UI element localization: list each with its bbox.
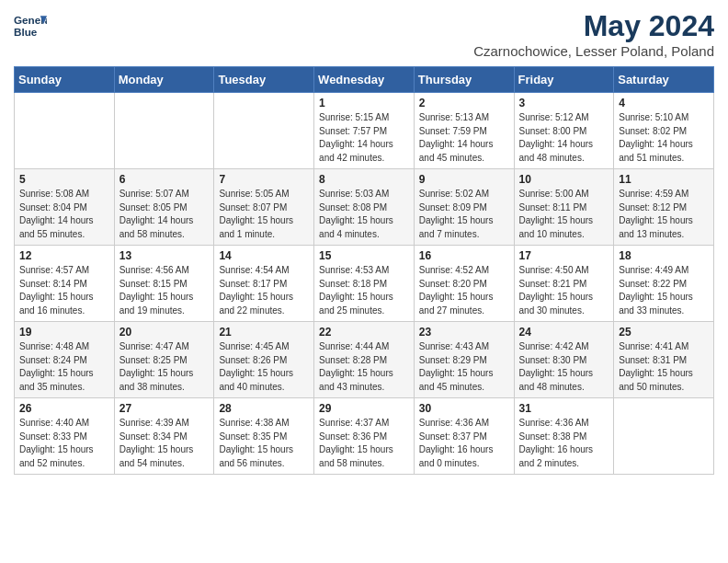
- cell-info: Sunrise: 5:12 AMSunset: 8:00 PMDaylight:…: [519, 111, 610, 165]
- calendar-week-row: 1Sunrise: 5:15 AMSunset: 7:57 PMDaylight…: [15, 93, 714, 169]
- day-number: 21: [219, 326, 310, 339]
- cell-info: Sunrise: 4:40 AMSunset: 8:33 PMDaylight:…: [19, 417, 110, 470]
- cell-info: Sunrise: 4:47 AMSunset: 8:25 PMDaylight:…: [119, 340, 210, 394]
- cell-info: Sunrise: 5:00 AMSunset: 8:11 PMDaylight:…: [519, 188, 610, 241]
- day-number: 24: [519, 326, 610, 339]
- calendar-cell: 15Sunrise: 4:53 AMSunset: 8:18 PMDayligh…: [314, 246, 415, 322]
- calendar-cell: 23Sunrise: 4:43 AMSunset: 8:29 PMDayligh…: [414, 322, 514, 398]
- calendar-table: SundayMondayTuesdayWednesdayThursdayFrid…: [14, 66, 714, 475]
- header-tuesday: Tuesday: [214, 67, 314, 93]
- day-number: 14: [219, 249, 310, 262]
- cell-info: Sunrise: 5:03 AMSunset: 8:08 PMDaylight:…: [319, 188, 410, 241]
- day-number: 11: [619, 173, 710, 186]
- calendar-cell: 26Sunrise: 4:40 AMSunset: 8:33 PMDayligh…: [15, 398, 115, 475]
- calendar-cell: 7Sunrise: 5:05 AMSunset: 8:07 PMDaylight…: [214, 169, 314, 246]
- calendar-cell: 27Sunrise: 4:39 AMSunset: 8:34 PMDayligh…: [114, 398, 214, 475]
- main-title: May 2024: [473, 9, 714, 43]
- header-monday: Monday: [114, 67, 214, 93]
- day-number: 27: [119, 402, 210, 415]
- day-number: 23: [419, 326, 510, 339]
- calendar-cell: 10Sunrise: 5:00 AMSunset: 8:11 PMDayligh…: [514, 169, 614, 246]
- calendar-cell: 13Sunrise: 4:56 AMSunset: 8:15 PMDayligh…: [114, 246, 214, 322]
- cell-info: Sunrise: 4:59 AMSunset: 8:12 PMDaylight:…: [619, 188, 710, 241]
- logo: General Blue: [14, 9, 47, 42]
- cell-info: Sunrise: 4:48 AMSunset: 8:24 PMDaylight:…: [19, 340, 110, 394]
- subtitle: Czarnochowice, Lesser Poland, Poland: [473, 43, 714, 59]
- cell-info: Sunrise: 5:02 AMSunset: 8:09 PMDaylight:…: [419, 188, 510, 241]
- cell-info: Sunrise: 5:05 AMSunset: 8:07 PMDaylight:…: [219, 188, 310, 241]
- calendar-cell: 17Sunrise: 4:50 AMSunset: 8:21 PMDayligh…: [514, 246, 614, 322]
- day-number: 8: [319, 173, 410, 186]
- calendar-cell: 8Sunrise: 5:03 AMSunset: 8:08 PMDaylight…: [314, 169, 415, 246]
- calendar-cell: 1Sunrise: 5:15 AMSunset: 7:57 PMDaylight…: [314, 93, 415, 169]
- svg-text:Blue: Blue: [14, 26, 38, 38]
- cell-info: Sunrise: 4:43 AMSunset: 8:29 PMDaylight:…: [419, 340, 510, 394]
- calendar-cell: [15, 93, 115, 169]
- day-number: 16: [419, 249, 510, 262]
- calendar-cell: [114, 93, 214, 169]
- calendar-cell: 19Sunrise: 4:48 AMSunset: 8:24 PMDayligh…: [15, 322, 115, 398]
- calendar-week-row: 12Sunrise: 4:57 AMSunset: 8:14 PMDayligh…: [15, 246, 714, 322]
- day-number: 10: [519, 173, 610, 186]
- calendar-header-row: SundayMondayTuesdayWednesdayThursdayFrid…: [15, 67, 714, 93]
- calendar-cell: 25Sunrise: 4:41 AMSunset: 8:31 PMDayligh…: [614, 322, 714, 398]
- calendar-cell: 30Sunrise: 4:36 AMSunset: 8:37 PMDayligh…: [414, 398, 514, 475]
- day-number: 13: [119, 249, 210, 262]
- header-sunday: Sunday: [15, 67, 115, 93]
- cell-info: Sunrise: 5:13 AMSunset: 7:59 PMDaylight:…: [419, 111, 510, 165]
- calendar-cell: 9Sunrise: 5:02 AMSunset: 8:09 PMDaylight…: [414, 169, 514, 246]
- day-number: 29: [319, 402, 410, 415]
- day-number: 17: [519, 249, 610, 262]
- calendar-cell: 11Sunrise: 4:59 AMSunset: 8:12 PMDayligh…: [614, 169, 714, 246]
- day-number: 15: [319, 249, 410, 262]
- calendar-cell: 4Sunrise: 5:10 AMSunset: 8:02 PMDaylight…: [614, 93, 714, 169]
- day-number: 28: [219, 402, 310, 415]
- day-number: 3: [519, 97, 610, 109]
- day-number: 2: [419, 97, 510, 109]
- cell-info: Sunrise: 4:44 AMSunset: 8:28 PMDaylight:…: [319, 340, 410, 394]
- calendar-cell: 5Sunrise: 5:08 AMSunset: 8:04 PMDaylight…: [15, 169, 115, 246]
- calendar-week-row: 5Sunrise: 5:08 AMSunset: 8:04 PMDaylight…: [15, 169, 714, 246]
- day-number: 1: [319, 97, 410, 109]
- calendar-cell: 16Sunrise: 4:52 AMSunset: 8:20 PMDayligh…: [414, 246, 514, 322]
- calendar-week-row: 19Sunrise: 4:48 AMSunset: 8:24 PMDayligh…: [15, 322, 714, 398]
- header-thursday: Thursday: [414, 67, 514, 93]
- cell-info: Sunrise: 5:10 AMSunset: 8:02 PMDaylight:…: [619, 111, 710, 165]
- day-number: 12: [19, 249, 110, 262]
- cell-info: Sunrise: 4:37 AMSunset: 8:36 PMDaylight:…: [319, 417, 410, 470]
- cell-info: Sunrise: 4:36 AMSunset: 8:37 PMDaylight:…: [419, 417, 510, 470]
- calendar-cell: 24Sunrise: 4:42 AMSunset: 8:30 PMDayligh…: [514, 322, 614, 398]
- calendar-cell: 3Sunrise: 5:12 AMSunset: 8:00 PMDaylight…: [514, 93, 614, 169]
- cell-info: Sunrise: 4:49 AMSunset: 8:22 PMDaylight:…: [619, 264, 710, 317]
- cell-info: Sunrise: 4:36 AMSunset: 8:38 PMDaylight:…: [519, 417, 610, 470]
- cell-info: Sunrise: 4:50 AMSunset: 8:21 PMDaylight:…: [519, 264, 610, 317]
- day-number: 25: [619, 326, 710, 339]
- header-wednesday: Wednesday: [314, 67, 415, 93]
- calendar-cell: [614, 398, 714, 475]
- cell-info: Sunrise: 4:52 AMSunset: 8:20 PMDaylight:…: [419, 264, 510, 317]
- day-number: 9: [419, 173, 510, 186]
- calendar-cell: 22Sunrise: 4:44 AMSunset: 8:28 PMDayligh…: [314, 322, 415, 398]
- day-number: 20: [119, 326, 210, 339]
- cell-info: Sunrise: 4:39 AMSunset: 8:34 PMDaylight:…: [119, 417, 210, 470]
- calendar-cell: 20Sunrise: 4:47 AMSunset: 8:25 PMDayligh…: [114, 322, 214, 398]
- cell-info: Sunrise: 5:07 AMSunset: 8:05 PMDaylight:…: [119, 188, 210, 241]
- cell-info: Sunrise: 4:57 AMSunset: 8:14 PMDaylight:…: [19, 264, 110, 317]
- cell-info: Sunrise: 4:42 AMSunset: 8:30 PMDaylight:…: [519, 340, 610, 394]
- day-number: 31: [519, 402, 610, 415]
- calendar-cell: 21Sunrise: 4:45 AMSunset: 8:26 PMDayligh…: [214, 322, 314, 398]
- day-number: 6: [119, 173, 210, 186]
- calendar-cell: [214, 93, 314, 169]
- day-number: 30: [419, 402, 510, 415]
- day-number: 26: [19, 402, 110, 415]
- cell-info: Sunrise: 5:08 AMSunset: 8:04 PMDaylight:…: [19, 188, 110, 241]
- title-block: May 2024 Czarnochowice, Lesser Poland, P…: [473, 9, 714, 59]
- calendar-cell: 2Sunrise: 5:13 AMSunset: 7:59 PMDaylight…: [414, 93, 514, 169]
- cell-info: Sunrise: 4:38 AMSunset: 8:35 PMDaylight:…: [219, 417, 310, 470]
- day-number: 4: [619, 97, 710, 109]
- header-saturday: Saturday: [614, 67, 714, 93]
- day-number: 5: [19, 173, 110, 186]
- day-number: 7: [219, 173, 310, 186]
- cell-info: Sunrise: 5:15 AMSunset: 7:57 PMDaylight:…: [319, 111, 410, 165]
- cell-info: Sunrise: 4:45 AMSunset: 8:26 PMDaylight:…: [219, 340, 310, 394]
